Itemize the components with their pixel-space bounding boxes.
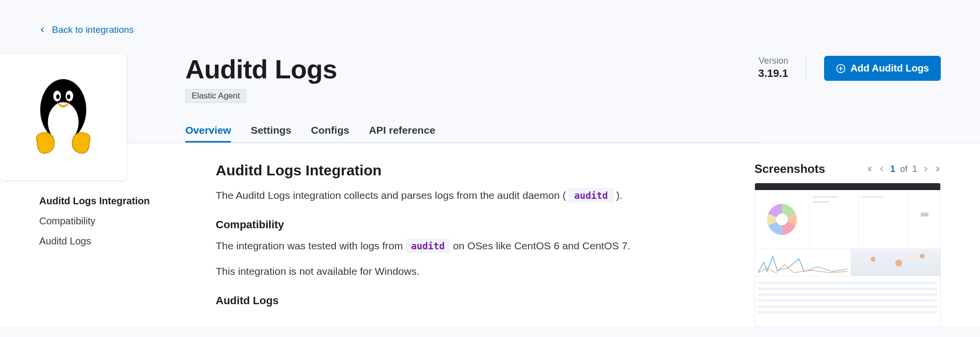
integration-icon-card — [0, 54, 126, 180]
version-value: 3.19.1 — [758, 67, 788, 80]
sidebar-item-auditd-logs[interactable]: Auditd Logs — [39, 236, 186, 247]
vertical-divider — [806, 56, 806, 81]
screenshots-title: Screenshots — [754, 162, 825, 176]
tabs-bar: Overview Settings Configs API reference — [185, 120, 758, 143]
screenshots-pager: 1 of 1 — [867, 164, 941, 174]
compat-paragraph-1: The integration was tested with logs fro… — [216, 238, 715, 254]
screenshot-thumbnail[interactable] — [754, 183, 941, 327]
agent-badge: Elastic Agent — [185, 89, 246, 103]
code-auditd: auditd — [569, 189, 613, 202]
tab-api-reference[interactable]: API reference — [369, 120, 435, 143]
pager-next-icon[interactable] — [922, 166, 929, 172]
svg-point-5 — [67, 95, 71, 99]
add-button-label: Add Auditd Logs — [851, 63, 929, 74]
section-heading-integration: Auditd Logs Integration — [216, 162, 715, 179]
svg-point-4 — [56, 95, 60, 99]
code-auditd-2: auditd — [406, 239, 451, 253]
pager-total: 1 — [912, 164, 917, 174]
tab-overview[interactable]: Overview — [185, 120, 231, 143]
pager-last-icon[interactable] — [934, 166, 941, 172]
pager-first-icon[interactable] — [867, 166, 874, 172]
svg-point-1 — [48, 102, 79, 142]
section-heading-compatibility: Compatibility — [216, 218, 715, 231]
back-link-label: Back to integrations — [52, 24, 134, 35]
pager-current: 1 — [890, 164, 895, 174]
version-label: Version — [758, 56, 788, 66]
tux-linux-icon — [24, 73, 102, 161]
intro-paragraph: The Auditd Logs integration collects and… — [216, 188, 715, 204]
sidebar-item-auditd-logs-integration[interactable]: Auditd Logs Integration — [39, 195, 186, 207]
add-auditd-logs-button[interactable]: Add Auditd Logs — [824, 56, 941, 81]
plus-circle-icon — [836, 64, 846, 73]
main-content: Auditd Logs Integration The Auditd Logs … — [201, 143, 730, 327]
tab-configs[interactable]: Configs — [311, 120, 349, 143]
chevron-left-icon — [39, 26, 46, 33]
pager-prev-icon[interactable] — [879, 166, 885, 172]
tab-settings[interactable]: Settings — [251, 120, 291, 143]
version-block: Version 3.19.1 — [758, 56, 788, 80]
back-to-integrations-link[interactable]: Back to integrations — [39, 24, 134, 35]
page-title: Auditd Logs — [185, 54, 758, 84]
pager-of: of — [900, 164, 907, 174]
sidebar-item-compatibility[interactable]: Compatibility — [39, 216, 186, 227]
section-heading-auditd-logs: Auditd Logs — [216, 294, 715, 307]
compat-paragraph-2: This integration is not available for Wi… — [216, 264, 715, 280]
screenshots-panel: Screenshots 1 of 1 — [745, 143, 941, 327]
svg-point-8 — [776, 214, 788, 225]
